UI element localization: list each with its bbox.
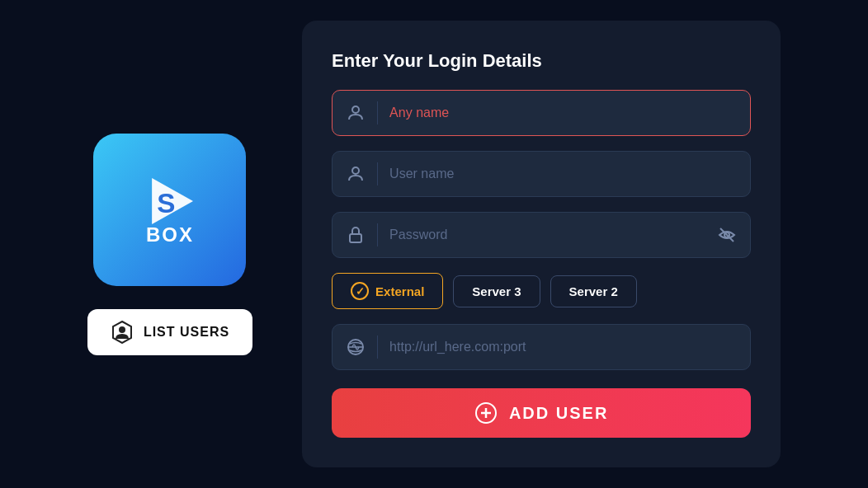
svg-rect-6 <box>350 234 361 242</box>
svg-line-8 <box>720 228 734 242</box>
any-name-icon <box>346 103 366 123</box>
tab-server3[interactable]: Server 3 <box>453 275 540 307</box>
logo-svg: S <box>141 172 199 230</box>
list-users-label: LIST USERS <box>144 325 229 340</box>
tab-external[interactable]: ✓ External <box>332 273 443 309</box>
password-icon <box>346 225 366 245</box>
page-container: S BOX LIST USERS Enter Your Login Detail… <box>0 0 868 488</box>
svg-point-4 <box>352 106 359 113</box>
svg-point-5 <box>352 167 359 174</box>
password-row <box>332 212 751 258</box>
app-logo: S BOX <box>93 134 246 286</box>
password-input[interactable] <box>389 228 705 242</box>
external-check-icon: ✓ <box>351 282 369 300</box>
add-user-icon <box>474 401 498 425</box>
url-row <box>332 324 751 370</box>
list-users-button[interactable]: LIST USERS <box>87 309 252 355</box>
username-row <box>332 151 751 197</box>
toggle-password-button[interactable] <box>717 225 737 245</box>
server-tabs: ✓ External Server 3 Server 2 <box>332 273 751 309</box>
divider-2 <box>377 162 378 185</box>
any-name-row <box>332 90 751 136</box>
logo-box-label: BOX <box>146 223 194 246</box>
tab-server2[interactable]: Server 2 <box>550 275 637 307</box>
list-users-icon <box>111 321 134 344</box>
login-card: Enter Your Login Details <box>302 21 781 467</box>
divider-1 <box>377 101 378 124</box>
any-name-input[interactable] <box>389 106 737 120</box>
divider-4 <box>377 336 378 359</box>
add-user-button[interactable]: ADD USER <box>332 388 751 438</box>
svg-point-3 <box>119 326 125 333</box>
username-icon <box>346 164 366 184</box>
svg-text:S: S <box>157 188 175 218</box>
url-input[interactable] <box>389 340 737 354</box>
left-panel: S BOX LIST USERS <box>87 134 252 355</box>
url-icon <box>346 337 366 357</box>
username-input[interactable] <box>389 167 737 181</box>
divider-3 <box>377 223 378 246</box>
login-title: Enter Your Login Details <box>332 50 751 72</box>
add-user-label: ADD USER <box>509 404 608 423</box>
